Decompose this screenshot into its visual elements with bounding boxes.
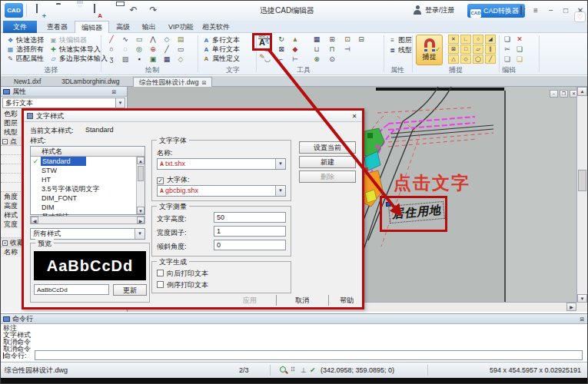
list-vertical-scrollbar[interactable]: ▲ ▼ [136,157,145,214]
tab-output[interactable]: 输出 [136,21,162,33]
tab-viewer[interactable]: 查看器 [41,21,74,33]
hatch-tool-icon[interactable]: ▨ [120,55,131,64]
tab-editor[interactable]: 编辑器 [75,21,109,33]
list-horizontal-scrollbar[interactable]: ◀ ▶ [30,216,145,224]
style-item-dimfont[interactable]: DIM_FONT [31,194,145,203]
close-panel-icon[interactable]: ⊠ [111,87,116,97]
scroll-up-icon[interactable]: ▲ [577,87,587,96]
dialog-close-icon[interactable]: ✕ [350,112,359,121]
donut-tool-icon[interactable]: ◎ [134,45,145,54]
doc-tab-lamborghini[interactable]: 3DLamborghini.dwg [56,77,125,87]
draw-check-icon[interactable]: ✔ [310,362,316,378]
mirror-tool-icon[interactable]: ▲ [290,35,301,44]
rectangle-tool-icon[interactable]: ▭ [134,35,145,44]
delete-style-button[interactable]: 删除 [299,170,356,183]
dialog-titlebar[interactable]: 文字样式✕ [24,111,362,122]
redo-icon[interactable]: ↷ [147,5,160,17]
dashed-circle-tool-icon[interactable]: ◌ [120,45,131,54]
wipeout-tool-icon[interactable]: ▭ [175,45,186,54]
doc-tab-garden-design[interactable]: 综合性园林设计.dwg⊠ [133,77,212,87]
style-item-dim[interactable]: DIM [31,203,145,212]
favorite-heart-icon[interactable]: ♡ [574,12,586,22]
snap-midpoint-icon[interactable]: △ [448,55,459,64]
style-item-stw[interactable]: STW [31,166,145,175]
oblique-angle-input[interactable] [214,240,286,250]
array-tool-icon[interactable]: ▦ [311,35,322,44]
scrollbar-thumb[interactable] [138,166,144,181]
scroll-up-icon[interactable]: ▲ [137,157,145,164]
feedback-icon[interactable] [515,5,527,16]
style-item-ht[interactable]: HT [31,175,145,184]
line-tool-icon[interactable]: ╱ [106,35,117,44]
snap-nearest-icon[interactable]: ◢ [485,35,496,44]
cut-icon[interactable]: ✂ [502,45,513,54]
cancel-button[interactable]: 取消 [281,295,324,306]
paste-special-icon[interactable]: ❏ [514,55,525,64]
maximize-icon[interactable]: □ [560,5,572,16]
snap-node-icon[interactable]: □ [460,45,471,54]
collapse-icon[interactable]: − [2,139,8,144]
save-icon[interactable] [68,5,81,17]
break-tool-icon[interactable]: ⊙ [327,55,337,64]
login-button[interactable]: 登录/注册 [413,5,455,15]
fillet-tool-icon[interactable]: ◡ [262,55,273,64]
match-properties-button[interactable]: ✎匹配属性 [6,55,44,62]
copy-with-basepoint-icon[interactable]: ❏ [502,55,513,64]
snap-tangent-icon[interactable]: ◯ [473,55,483,64]
delete-icon[interactable]: ✕ [514,35,525,44]
point-tool-icon[interactable]: ▪ [134,55,145,64]
mdi-minimize-icon[interactable]: − [550,90,558,98]
style-list[interactable]: 样式名 ✓Standard STW HT 3.5号字体说明文字 DIM_FONT… [30,146,145,215]
table-tool-icon[interactable]: ▦ [161,55,172,64]
print-icon[interactable] [108,5,121,17]
chamfer-tool-icon[interactable]: ⌐ [276,55,287,64]
menu-file-button[interactable]: 文件 [3,21,37,33]
block-editor-button[interactable]: ▣块编辑器 [49,36,87,44]
vertical-scrollbar[interactable]: ▲ ▼ [576,87,587,303]
update-preview-button[interactable]: 更新 [113,284,147,296]
ellipse-tool-icon[interactable]: ╱ [161,45,172,54]
single-text-button[interactable]: A单行文本 [202,45,240,53]
polygon-tool-icon[interactable]: ◇ [161,35,172,44]
snap-perpendicular-icon[interactable]: ∟ [460,35,471,44]
export-pdf-icon[interactable]: A [88,5,101,17]
style-filter-dropdown[interactable]: 所有样式▼ [30,228,145,240]
join-tool-icon[interactable]: ⊓ [327,45,337,54]
new-style-button[interactable]: 新建 [299,156,356,168]
snap-intersection-icon[interactable]: ✕ [448,35,459,44]
new-file-icon[interactable]: + [30,5,43,17]
text-height-input[interactable] [214,212,286,223]
layer-button[interactable]: ≡图层 [388,36,412,44]
spline-tool-icon[interactable]: ∿ [120,35,131,44]
snap-insert-icon[interactable]: ╱ [485,55,496,64]
menu-icon[interactable]: ≡ [530,5,542,16]
region-tool-icon[interactable]: ▤ [175,35,186,44]
polyline-tool-icon[interactable]: ⋀ [148,35,158,44]
explode-tool-icon[interactable]: ⊔ [311,45,322,54]
backwards-checkbox-row[interactable]: 向后打印文本 [157,269,208,279]
snap-parallel-icon[interactable]: ∥ [485,45,496,54]
scale-tool-icon[interactable]: ⊠ [276,45,287,54]
scrollbar-thumb[interactable] [578,170,586,191]
extend-tool-icon[interactable]: ⊗ [311,55,322,64]
shape-tool-icon[interactable]: ◇ [175,55,186,64]
style-item-standard[interactable]: ✓Standard [31,157,145,166]
set-current-button[interactable]: 设置当前 [299,141,356,154]
scroll-right-icon[interactable]: ▶ [137,217,145,223]
revision-cloud-tool-icon[interactable]: ʒ [106,55,117,64]
paste-icon[interactable]: ❏ [514,45,525,54]
open-file-icon[interactable] [49,5,62,17]
close-panel-icon[interactable]: ⊠ [580,314,584,324]
width-factor-input[interactable] [214,226,286,237]
quick-entity-import-button[interactable]: ✚快速实体导入 [49,45,101,53]
reverse-checkbox-row[interactable]: 倒序打印文本 [157,280,208,290]
zoom-status-icon[interactable] [280,366,286,372]
apply-button[interactable]: 应用 [228,295,271,306]
polygon-entity-input-button[interactable]: ▱多边形实体输入 [49,55,108,62]
trim-tool-icon[interactable]: ⊢ [290,55,301,64]
bigfont-dropdown[interactable]: Ȧ gbcbig.shx▼ [157,185,286,197]
mdi-restore-icon[interactable]: ❐ [560,90,568,98]
snap-center-icon[interactable]: ○ [473,35,483,44]
scroll-down-icon[interactable]: ▼ [137,207,145,214]
rotate-tool-icon[interactable]: ↻ [276,35,287,44]
